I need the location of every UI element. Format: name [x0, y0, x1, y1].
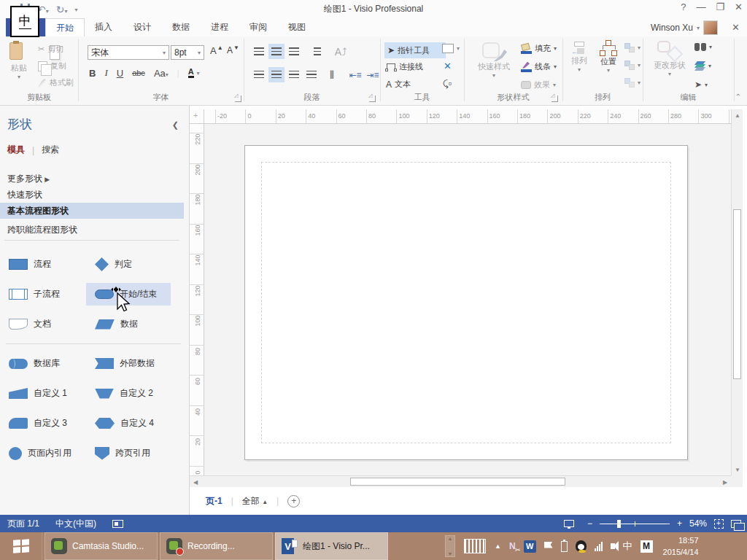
scroll-right-icon[interactable]: ▶ [719, 476, 731, 488]
font-dialog-launcher-icon[interactable] [235, 96, 241, 102]
taskbar-button-visio[interactable]: V 绘图1 - Visio Pr... [275, 532, 388, 560]
shape-styles-dialog-launcher-icon[interactable] [551, 96, 558, 102]
group-button[interactable]: ▾ [624, 78, 640, 88]
shape-off-page-reference[interactable]: 跨页引用 [86, 442, 171, 464]
tab-design[interactable]: 设计 [123, 18, 161, 36]
align-bottom-button[interactable] [286, 44, 302, 59]
touch-mode-icon[interactable]: ↻▾ [56, 4, 68, 15]
minimize-icon[interactable]: — [696, 1, 705, 12]
grow-font-button[interactable]: A▲ [210, 45, 223, 56]
zoom-level[interactable]: 54% [689, 518, 707, 529]
align-top-button[interactable] [251, 44, 267, 59]
restore-icon[interactable]: ❐ [716, 1, 724, 12]
font-name-combo[interactable]: 宋体▾ [88, 45, 169, 60]
shape-subprocess[interactable]: 子流程 [0, 283, 82, 306]
snip-tool-icon[interactable]: N [509, 541, 516, 551]
battery-icon[interactable] [561, 541, 568, 552]
text-direction-button[interactable]: ⫼ [324, 67, 340, 82]
select-button[interactable]: ➤▾ [694, 79, 708, 90]
account-area[interactable]: Winson Xu ▾ [651, 20, 718, 35]
fit-page-icon[interactable] [714, 519, 724, 529]
taskbar-scroll-control[interactable]: ▲▼ [445, 535, 455, 557]
shape-custom-4[interactable]: 自定义 4 [86, 412, 171, 435]
align-center-button[interactable] [268, 67, 285, 82]
qq-icon[interactable] [576, 540, 587, 552]
shape-custom-2[interactable]: 自定义 2 [86, 382, 171, 405]
help-icon[interactable]: ? [681, 1, 686, 12]
page-indicator[interactable]: 页面 1/1 [7, 518, 39, 530]
tab-search[interactable]: 搜索 [42, 144, 59, 156]
presentation-mode-icon[interactable] [564, 520, 574, 527]
taskbar-button-recording[interactable]: Recording... [160, 532, 273, 560]
word-icon[interactable]: W [524, 540, 536, 553]
taskbar-clock[interactable]: 18:57 2015/4/14 [663, 532, 699, 560]
italic-button[interactable]: I [104, 67, 107, 79]
horizontal-scroll-thumb[interactable] [350, 478, 565, 486]
start-button[interactable] [0, 532, 42, 560]
connector-tool-button[interactable]: 连接线 [386, 61, 423, 72]
shape-custom-1[interactable]: 自定义 1 [0, 382, 82, 405]
align-shapes-button[interactable]: ← 排列▾ [566, 41, 592, 73]
bring-forward-button[interactable]: ▾ [624, 43, 640, 52]
tab-view[interactable]: 视图 [278, 18, 316, 36]
strikethrough-button[interactable]: abc [132, 69, 145, 77]
tab-process[interactable]: 进程 [201, 18, 239, 36]
tab-insert[interactable]: 插入 [85, 18, 123, 36]
add-page-button[interactable]: + [287, 495, 300, 508]
transform-tool-icon[interactable]: ⤹▫ [443, 78, 452, 90]
drawing-surface[interactable] [204, 124, 731, 475]
delete-connector-icon[interactable]: ✕ [444, 61, 452, 71]
customize-qat-icon[interactable]: ▾ [75, 7, 78, 13]
text-tool-button[interactable]: A文本 [386, 79, 411, 90]
format-painter-button[interactable]: 格式刷 [38, 77, 74, 88]
bullets-button[interactable] [309, 44, 325, 59]
horizontal-scrollbar[interactable]: ◀ ▶ [190, 475, 731, 487]
copy-button[interactable]: 复制 [38, 61, 66, 71]
scroll-up-icon[interactable]: ▲ [732, 109, 743, 121]
tab-home[interactable]: 开始 [45, 18, 85, 36]
text-rotate-button[interactable]: A⤴ [333, 44, 349, 59]
more-shapes-link[interactable]: 更多形状 ▶ [7, 173, 50, 185]
ime-indicator[interactable]: 中 [10, 6, 39, 37]
align-left-button[interactable] [251, 67, 267, 82]
find-button[interactable]: ▾ [694, 43, 712, 51]
page-tab-1[interactable]: 页-1 [206, 495, 222, 508]
justify-button[interactable] [303, 67, 320, 82]
font-size-combo[interactable]: 8pt▾ [171, 45, 204, 60]
shape-external-data[interactable]: 外部数据 [86, 352, 171, 375]
shape-data[interactable]: 数据 [86, 313, 171, 335]
send-backward-button[interactable]: ▾ [624, 61, 640, 70]
collapse-ribbon-icon[interactable]: ⌃ [735, 93, 741, 101]
shrink-font-button[interactable]: A▼ [227, 45, 239, 55]
close-icon[interactable]: ✕ [735, 1, 743, 12]
avatar[interactable] [703, 20, 718, 35]
cut-button[interactable]: ✂剪切 [38, 44, 63, 55]
effects-button[interactable]: 效果▾ [521, 79, 556, 90]
layers-button[interactable]: ▾ [694, 61, 711, 70]
network-signal-icon[interactable] [595, 542, 603, 551]
change-shape-button[interactable]: 更改形状▾ [649, 41, 690, 77]
quick-shapes-link[interactable]: 快速形状 [7, 189, 42, 201]
scroll-left-icon[interactable]: ◀ [190, 476, 201, 488]
touch-keyboard-icon[interactable] [464, 539, 486, 553]
macro-record-icon[interactable] [112, 520, 123, 528]
tab-stencils[interactable]: 模具 [7, 144, 25, 156]
change-case-button[interactable]: Aa▾ [154, 68, 169, 79]
pointer-tool-button[interactable]: ➤指针工具 [384, 42, 446, 58]
align-right-button[interactable] [286, 67, 302, 82]
show-hidden-icons-icon[interactable]: ▲ [495, 542, 501, 550]
switch-windows-icon[interactable] [731, 520, 741, 528]
shape-decision[interactable]: 判定 [86, 253, 171, 276]
taskbar-button-camtasia[interactable]: Camtasia Studio... [44, 532, 158, 560]
paste-button[interactable]: 粘贴▾ [4, 41, 34, 80]
shape-custom-3[interactable]: 自定义 3 [0, 412, 82, 435]
scroll-down-icon[interactable]: ▼ [732, 464, 743, 475]
zoom-slider-thumb[interactable] [617, 520, 621, 528]
increase-indent-button[interactable]: ⇥≡ [365, 67, 381, 82]
all-pages-button[interactable]: 全部 ▲ [242, 495, 268, 508]
quick-styles-button[interactable]: 快速样式▾ [473, 41, 515, 79]
tab-data[interactable]: 数据 [162, 18, 200, 36]
underline-button[interactable]: U [117, 68, 123, 79]
action-center-flag-icon[interactable] [544, 542, 553, 548]
account-dropdown-icon[interactable]: ▾ [697, 25, 700, 31]
